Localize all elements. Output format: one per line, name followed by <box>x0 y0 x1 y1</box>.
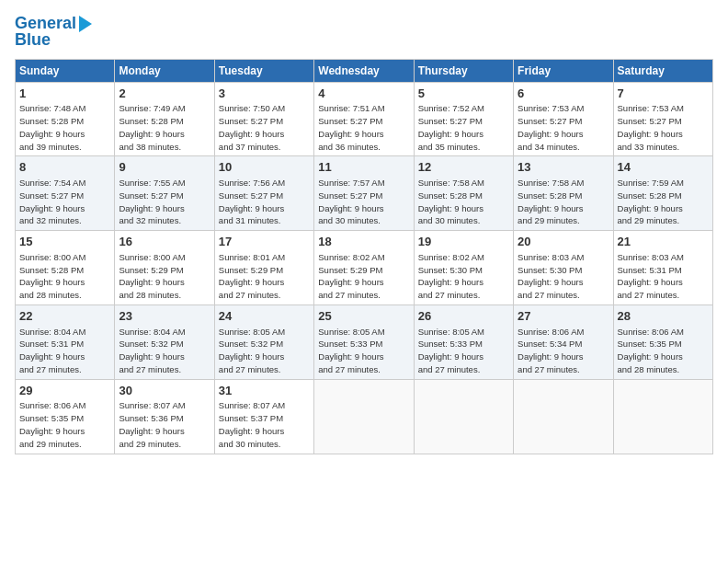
day-number: 10 <box>219 159 310 176</box>
day-cell: 11Sunrise: 7:57 AM Sunset: 5:27 PM Dayli… <box>314 156 414 231</box>
day-number: 18 <box>318 234 409 250</box>
day-info: Sunrise: 8:03 AM Sunset: 5:31 PM Dayligh… <box>618 252 684 300</box>
day-number: 23 <box>119 308 210 325</box>
day-cell: 5Sunrise: 7:52 AM Sunset: 5:27 PM Daylig… <box>414 82 513 156</box>
day-number: 12 <box>418 159 509 176</box>
day-number: 8 <box>19 159 110 176</box>
day-info: Sunrise: 7:49 AM Sunset: 5:28 PM Dayligh… <box>119 103 185 151</box>
day-info: Sunrise: 8:02 AM Sunset: 5:30 PM Dayligh… <box>418 252 484 300</box>
day-number: 14 <box>618 159 709 176</box>
day-number: 31 <box>219 383 310 399</box>
day-number: 17 <box>219 234 310 250</box>
header-cell-friday: Friday <box>514 59 613 82</box>
day-info: Sunrise: 8:06 AM Sunset: 5:35 PM Dayligh… <box>618 327 684 374</box>
day-info: Sunrise: 7:51 AM Sunset: 5:27 PM Dayligh… <box>318 103 384 151</box>
day-info: Sunrise: 7:52 AM Sunset: 5:27 PM Dayligh… <box>418 103 484 151</box>
day-info: Sunrise: 7:50 AM Sunset: 5:27 PM Dayligh… <box>219 103 285 151</box>
day-info: Sunrise: 7:56 AM Sunset: 5:27 PM Dayligh… <box>219 178 285 225</box>
day-info: Sunrise: 8:07 AM Sunset: 5:37 PM Dayligh… <box>219 400 285 448</box>
logo-arrow-icon <box>79 16 92 32</box>
day-number: 22 <box>19 308 110 325</box>
day-info: Sunrise: 8:07 AM Sunset: 5:36 PM Dayligh… <box>119 400 185 448</box>
day-cell <box>514 379 613 454</box>
day-number: 16 <box>119 234 210 250</box>
day-cell: 31Sunrise: 8:07 AM Sunset: 5:37 PM Dayli… <box>214 379 313 454</box>
page-container: General Blue SundayMondayTuesdayWednesda… <box>0 0 728 462</box>
day-info: Sunrise: 7:53 AM Sunset: 5:27 PM Dayligh… <box>518 103 584 151</box>
day-info: Sunrise: 8:05 AM Sunset: 5:33 PM Dayligh… <box>318 327 384 374</box>
day-number: 5 <box>418 86 509 102</box>
calendar-table: SundayMondayTuesdayWednesdayThursdayFrid… <box>15 59 713 454</box>
day-number: 6 <box>518 86 609 102</box>
day-number: 9 <box>119 159 210 176</box>
calendar-body: 1Sunrise: 7:48 AM Sunset: 5:28 PM Daylig… <box>16 82 713 454</box>
calendar-header: SundayMondayTuesdayWednesdayThursdayFrid… <box>16 59 713 82</box>
day-cell <box>414 379 513 454</box>
day-number: 1 <box>19 86 110 102</box>
day-cell: 9Sunrise: 7:55 AM Sunset: 5:27 PM Daylig… <box>115 156 214 231</box>
day-number: 25 <box>318 308 409 325</box>
day-number: 28 <box>618 308 709 325</box>
day-cell: 28Sunrise: 8:06 AM Sunset: 5:35 PM Dayli… <box>613 304 712 379</box>
day-cell: 30Sunrise: 8:07 AM Sunset: 5:36 PM Dayli… <box>115 379 214 454</box>
day-number: 19 <box>418 234 509 250</box>
day-info: Sunrise: 8:06 AM Sunset: 5:35 PM Dayligh… <box>19 400 85 448</box>
day-info: Sunrise: 8:03 AM Sunset: 5:30 PM Dayligh… <box>518 252 584 300</box>
header-row: SundayMondayTuesdayWednesdayThursdayFrid… <box>16 59 713 82</box>
header-cell-monday: Monday <box>115 59 214 82</box>
day-cell: 24Sunrise: 8:05 AM Sunset: 5:32 PM Dayli… <box>214 304 313 379</box>
day-cell: 2Sunrise: 7:49 AM Sunset: 5:28 PM Daylig… <box>115 82 214 156</box>
day-info: Sunrise: 8:02 AM Sunset: 5:29 PM Dayligh… <box>318 252 384 300</box>
header-cell-saturday: Saturday <box>613 59 712 82</box>
header-cell-sunday: Sunday <box>16 59 115 82</box>
week-row-2: 8Sunrise: 7:54 AM Sunset: 5:27 PM Daylig… <box>16 156 713 231</box>
day-cell <box>613 379 712 454</box>
day-cell: 15Sunrise: 8:00 AM Sunset: 5:28 PM Dayli… <box>16 231 115 305</box>
day-cell: 3Sunrise: 7:50 AM Sunset: 5:27 PM Daylig… <box>214 82 313 156</box>
day-info: Sunrise: 8:06 AM Sunset: 5:34 PM Dayligh… <box>518 327 584 374</box>
day-info: Sunrise: 8:01 AM Sunset: 5:29 PM Dayligh… <box>219 252 285 300</box>
day-number: 20 <box>518 234 609 250</box>
day-number: 26 <box>418 308 509 325</box>
day-cell: 18Sunrise: 8:02 AM Sunset: 5:29 PM Dayli… <box>314 231 414 305</box>
day-cell: 21Sunrise: 8:03 AM Sunset: 5:31 PM Dayli… <box>613 231 712 305</box>
day-info: Sunrise: 7:55 AM Sunset: 5:27 PM Dayligh… <box>119 178 185 225</box>
day-number: 15 <box>19 234 110 250</box>
day-cell: 22Sunrise: 8:04 AM Sunset: 5:31 PM Dayli… <box>16 304 115 379</box>
day-cell: 29Sunrise: 8:06 AM Sunset: 5:35 PM Dayli… <box>16 379 115 454</box>
week-row-1: 1Sunrise: 7:48 AM Sunset: 5:28 PM Daylig… <box>16 82 713 156</box>
day-cell: 16Sunrise: 8:00 AM Sunset: 5:29 PM Dayli… <box>115 231 214 305</box>
day-cell: 17Sunrise: 8:01 AM Sunset: 5:29 PM Dayli… <box>214 231 313 305</box>
day-number: 7 <box>618 86 709 102</box>
day-cell: 12Sunrise: 7:58 AM Sunset: 5:28 PM Dayli… <box>414 156 513 231</box>
week-row-4: 22Sunrise: 8:04 AM Sunset: 5:31 PM Dayli… <box>16 304 713 379</box>
day-cell: 19Sunrise: 8:02 AM Sunset: 5:30 PM Dayli… <box>414 231 513 305</box>
day-info: Sunrise: 7:58 AM Sunset: 5:28 PM Dayligh… <box>418 178 484 225</box>
day-info: Sunrise: 7:58 AM Sunset: 5:28 PM Dayligh… <box>518 178 584 225</box>
day-number: 24 <box>219 308 310 325</box>
day-cell: 4Sunrise: 7:51 AM Sunset: 5:27 PM Daylig… <box>314 82 414 156</box>
day-info: Sunrise: 7:48 AM Sunset: 5:28 PM Dayligh… <box>19 103 85 151</box>
day-cell: 25Sunrise: 8:05 AM Sunset: 5:33 PM Dayli… <box>314 304 414 379</box>
day-cell: 8Sunrise: 7:54 AM Sunset: 5:27 PM Daylig… <box>16 156 115 231</box>
day-number: 3 <box>219 86 310 102</box>
day-number: 30 <box>119 383 210 399</box>
day-cell: 13Sunrise: 7:58 AM Sunset: 5:28 PM Dayli… <box>514 156 613 231</box>
day-info: Sunrise: 8:05 AM Sunset: 5:33 PM Dayligh… <box>418 327 484 374</box>
day-cell: 26Sunrise: 8:05 AM Sunset: 5:33 PM Dayli… <box>414 304 513 379</box>
day-cell: 6Sunrise: 7:53 AM Sunset: 5:27 PM Daylig… <box>514 82 613 156</box>
header-cell-wednesday: Wednesday <box>314 59 414 82</box>
day-info: Sunrise: 8:00 AM Sunset: 5:28 PM Dayligh… <box>19 252 85 300</box>
day-number: 27 <box>518 308 609 325</box>
day-info: Sunrise: 7:59 AM Sunset: 5:28 PM Dayligh… <box>618 178 684 225</box>
day-info: Sunrise: 7:53 AM Sunset: 5:27 PM Dayligh… <box>618 103 684 151</box>
day-number: 21 <box>618 234 709 250</box>
week-row-5: 29Sunrise: 8:06 AM Sunset: 5:35 PM Dayli… <box>16 379 713 454</box>
day-cell: 7Sunrise: 7:53 AM Sunset: 5:27 PM Daylig… <box>613 82 712 156</box>
logo: General Blue <box>15 15 93 50</box>
header-cell-thursday: Thursday <box>414 59 513 82</box>
day-cell: 10Sunrise: 7:56 AM Sunset: 5:27 PM Dayli… <box>214 156 313 231</box>
day-cell: 1Sunrise: 7:48 AM Sunset: 5:28 PM Daylig… <box>16 82 115 156</box>
day-info: Sunrise: 7:57 AM Sunset: 5:27 PM Dayligh… <box>318 178 384 225</box>
day-number: 13 <box>518 159 609 176</box>
